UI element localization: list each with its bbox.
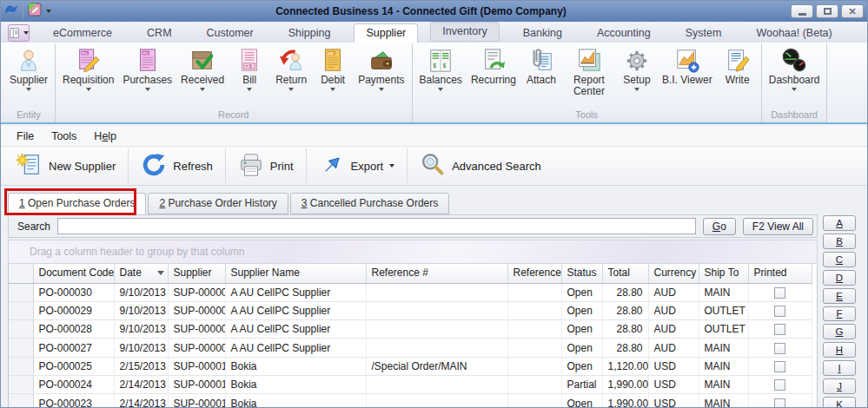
ribbon-button-bill[interactable]: = $ Bill (229, 45, 270, 92)
row-indicator[interactable] (9, 394, 33, 408)
table-row[interactable]: PO-0000242/14/2013SUP-000018BokiaPartial… (9, 376, 812, 394)
ribbon-tab-help[interactable]: Help (856, 24, 868, 43)
row-indicator[interactable] (9, 301, 33, 319)
ribbon-button-received[interactable]: Received (176, 45, 229, 92)
row-indicator[interactable] (9, 339, 33, 357)
row-indicator[interactable] (9, 320, 33, 339)
ribbon-button-dashboard[interactable]: Dashboard (765, 45, 825, 92)
alpha-filter-d[interactable]: D (823, 270, 856, 286)
application-menu-button[interactable] (8, 24, 30, 42)
ribbon-button-debit[interactable]: DM Debit (312, 45, 354, 92)
app-logo-icon (4, 3, 18, 20)
ribbon-button-attach[interactable]: Attach (520, 45, 562, 87)
alpha-filter-f[interactable]: F (823, 306, 856, 322)
printed-checkbox[interactable] (774, 306, 785, 317)
ribbon-tab-accounting[interactable]: Accounting (586, 24, 662, 43)
quick-launch-icon[interactable] (28, 3, 42, 20)
ribbon-button-setup[interactable]: Setup (616, 45, 658, 92)
ribbon-tab-crm[interactable]: CRM (136, 24, 182, 43)
ribbon-tab-customer[interactable]: Customer (195, 24, 265, 43)
maximize-button[interactable] (816, 4, 838, 18)
ribbon-group-entity: Supplier Entity (3, 43, 56, 122)
export-dropdown-icon (389, 164, 394, 168)
menu-tools[interactable]: Tools (43, 128, 85, 145)
cell-printed (748, 301, 812, 319)
search-input[interactable] (57, 218, 696, 234)
printed-checkbox[interactable] (774, 287, 785, 299)
close-button[interactable]: ✕ (841, 4, 864, 18)
advanced-search-button[interactable]: Advanced Search (407, 147, 553, 185)
ribbon-tab-supplier[interactable]: Supplier (354, 23, 418, 43)
alpha-filter-b[interactable]: B (823, 234, 856, 249)
row-indicator[interactable] (9, 283, 33, 301)
menu-bar: FileToolsHelp (1, 126, 867, 147)
go-button[interactable]: Go (703, 218, 736, 235)
view-tab-2-purchase-order-history[interactable]: 2 Purchase Order History (148, 193, 288, 214)
column-header-supplier[interactable]: Supplier (168, 264, 225, 283)
column-header-status[interactable]: Status (561, 264, 602, 283)
ribbon-tab-banking[interactable]: Banking (512, 24, 573, 43)
ribbon-button-balances[interactable]: $$ Balances (415, 45, 467, 92)
ribbon-button-recurring[interactable]: Recurring (467, 45, 520, 87)
printed-checkbox[interactable] (774, 361, 785, 372)
ribbon-button-write[interactable]: Write (717, 45, 759, 87)
printed-checkbox[interactable] (774, 398, 785, 408)
printed-checkbox[interactable] (774, 324, 785, 335)
table-row[interactable]: PO-0000232/14/2013SUP-000018BokiaOpen1,9… (9, 394, 812, 408)
view-all-button[interactable]: F2 View All (743, 218, 813, 235)
column-header-date[interactable]: Date (114, 264, 168, 283)
view-tab-1-open-purchase-orders[interactable]: 1 Open Purchase Orders (8, 193, 146, 214)
alpha-filter-h[interactable]: H (823, 342, 856, 358)
table-row[interactable]: PO-0000279/10/2013SUP-000005A AU CellPC … (9, 339, 812, 357)
group-by-panel[interactable]: Drag a column header to group by that co… (8, 240, 818, 264)
column-header-currency[interactable]: Currency (648, 264, 699, 283)
table-row[interactable]: PO-0000309/10/2013SUP-000005A AU CellPC … (9, 283, 812, 301)
column-header-document-code[interactable]: Document Code (33, 264, 114, 283)
alpha-filter-j[interactable]: J (823, 378, 856, 394)
alpha-filter-i[interactable]: I (823, 360, 856, 376)
ribbon-button-requisition[interactable]: PO Requisition (58, 45, 118, 92)
column-header-supplier-name[interactable]: Supplier Name (225, 264, 366, 283)
cell-total: 28.80 (602, 320, 648, 339)
alpha-filter-g[interactable]: G (823, 324, 856, 339)
menu-file[interactable]: File (8, 128, 43, 145)
ribbon-button-report-center[interactable]: Report Center (562, 45, 616, 98)
alpha-filter-c[interactable]: C (823, 252, 856, 267)
table-row[interactable]: PO-0000289/10/2013SUP-000005A AU CellPC … (9, 320, 812, 339)
ribbon-button-payments[interactable]: Payments (354, 45, 408, 92)
table-row[interactable]: PO-0000252/15/2013SUP-000018Bokia/Specia… (9, 357, 812, 375)
column-header-printed[interactable]: Printed (748, 264, 812, 283)
alpha-filter-a[interactable]: A (823, 215, 856, 231)
ribbon-tab-inventory[interactable]: Inventory (430, 22, 499, 42)
row-indicator[interactable] (9, 357, 33, 375)
view-tab-3-cancelled-purchase-orders[interactable]: 3 Cancelled Purchase Orders (290, 193, 449, 214)
export-button[interactable]: Export (307, 147, 407, 185)
new-supplier-button[interactable]: New Supplier (4, 147, 128, 185)
column-header-total[interactable]: Total (602, 264, 648, 283)
ribbon-tab-shipping[interactable]: Shipping (277, 24, 342, 43)
column-dropdown-icon[interactable] (157, 271, 164, 275)
menu-help[interactable]: Help (85, 128, 125, 145)
ribbon-tab-woohaa-beta[interactable]: Woohaa! (Beta) (745, 24, 843, 43)
print-button[interactable]: Print (226, 147, 306, 185)
refresh-button[interactable]: Refresh (129, 147, 225, 185)
ribbon-button-return[interactable]: Return (270, 45, 312, 92)
ribbon-button-bi-viewer[interactable]: B.I. Viewer (658, 45, 717, 87)
payments-icon (368, 46, 394, 75)
ribbon-button-supplier[interactable]: Supplier (5, 45, 52, 92)
ribbon-tab-system[interactable]: System (674, 24, 733, 43)
alpha-filter-k[interactable]: K (823, 397, 856, 408)
app-window: Connected Business 14 - Connected Gift (… (0, 0, 868, 408)
alpha-filter-e[interactable]: E (823, 288, 856, 304)
row-indicator[interactable] (9, 376, 33, 394)
cell-date: 9/10/2013 (114, 283, 168, 301)
column-header-reference[interactable]: Reference (507, 264, 561, 283)
printed-checkbox[interactable] (774, 379, 785, 391)
minimize-button[interactable] (791, 4, 813, 18)
table-row[interactable]: PO-0000299/10/2013SUP-000005A AU CellPC … (9, 301, 812, 319)
ribbon-button-purchases[interactable]: PO Purchases (118, 45, 176, 92)
ribbon-tab-ecommerce[interactable]: eCommerce (42, 24, 123, 43)
column-header-ship-to[interactable]: Ship To (699, 264, 748, 283)
column-header-reference[interactable]: Reference # (366, 264, 507, 283)
printed-checkbox[interactable] (774, 343, 785, 354)
